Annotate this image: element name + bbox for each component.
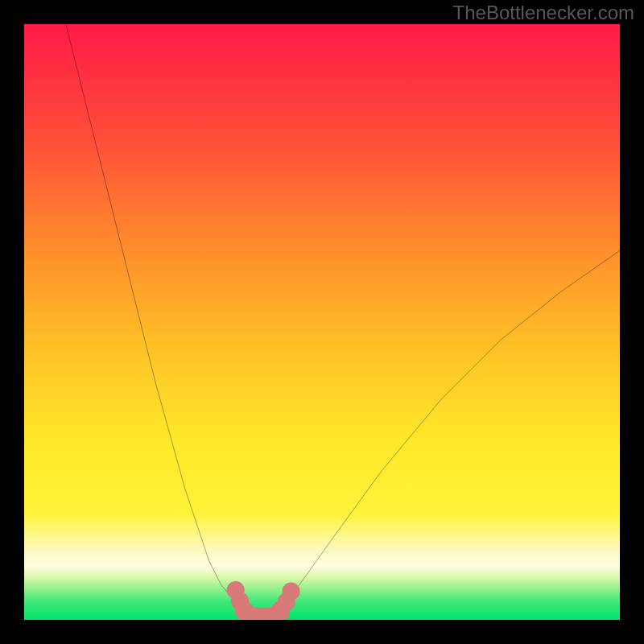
data-marker xyxy=(282,582,299,600)
curves-layer xyxy=(24,24,620,620)
chart-frame: TheBottlenecker.com xyxy=(0,0,644,644)
left-curve xyxy=(66,24,254,617)
plot-area xyxy=(24,24,620,620)
watermark-text: TheBottlenecker.com xyxy=(453,2,634,24)
right-curve xyxy=(271,250,620,617)
